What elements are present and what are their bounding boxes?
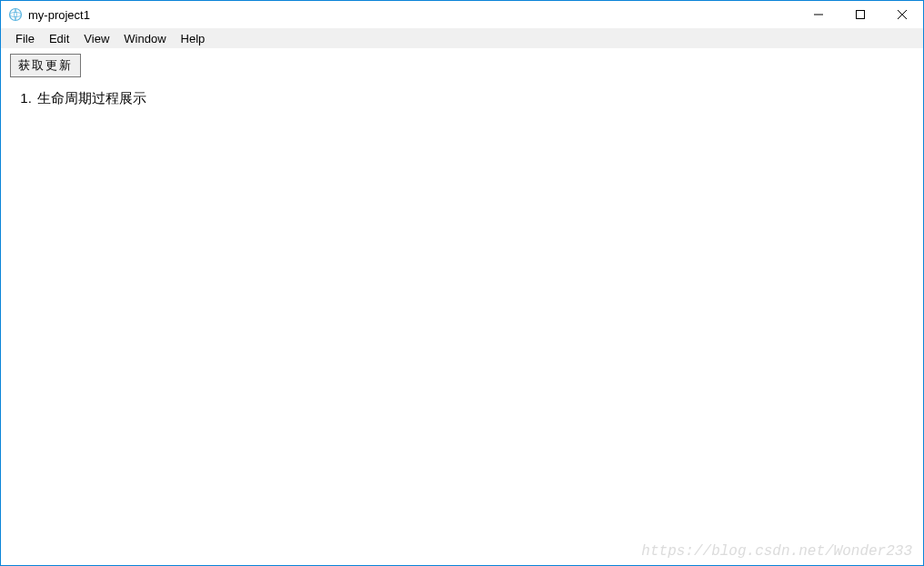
maximize-button[interactable]	[839, 1, 881, 28]
menubar: File Edit View Window Help	[1, 28, 923, 48]
menu-file[interactable]: File	[8, 30, 42, 47]
svg-rect-3	[857, 11, 865, 19]
lifecycle-list: 生命周期过程展示	[35, 90, 914, 107]
content-area: 获取更新 生命周期过程展示 https://blog.csdn.net/Wond…	[1, 48, 923, 565]
list-item: 生命周期过程展示	[35, 90, 914, 107]
svg-point-0	[10, 9, 22, 21]
window-controls	[798, 1, 923, 28]
window-title: my-project1	[28, 8, 90, 22]
close-button[interactable]	[881, 1, 923, 28]
svg-point-1	[10, 13, 22, 17]
titlebar-left: my-project1	[8, 7, 90, 22]
app-icon	[8, 7, 23, 22]
get-update-button[interactable]: 获取更新	[10, 54, 81, 77]
minimize-button[interactable]	[798, 1, 839, 28]
application-window: my-project1 File Edit View Window Help 获…	[0, 0, 924, 566]
menu-help[interactable]: Help	[174, 30, 213, 47]
menu-window[interactable]: Window	[116, 30, 173, 47]
titlebar: my-project1	[1, 1, 923, 28]
menu-edit[interactable]: Edit	[42, 30, 76, 47]
watermark-text: https://blog.csdn.net/Wonder233	[641, 543, 912, 560]
menu-view[interactable]: View	[76, 30, 116, 47]
